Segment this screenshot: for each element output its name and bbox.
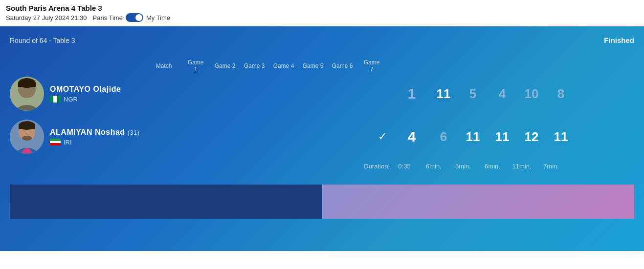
country-code-1: NGR — [64, 96, 78, 103]
flag-ngr — [50, 96, 61, 103]
winner-icon: ✓ — [370, 130, 395, 143]
duration-game2: 5min. — [448, 163, 478, 170]
game1-score-1: 11 — [429, 86, 458, 102]
paris-time-label: Paris Time — [93, 14, 123, 21]
svg-point-11 — [22, 136, 32, 141]
col-game6: Game 6 — [328, 62, 357, 69]
game4-score-1: 10 — [517, 86, 546, 102]
game2-score-1: 5 — [458, 86, 488, 102]
venue-title: South Paris Arena 4 Table 3 — [6, 4, 638, 12]
scores-1: 1 11 5 4 10 8 — [395, 85, 634, 102]
player-name-1: OMOTAYO Olajide — [50, 85, 395, 94]
match-score-1: 1 — [395, 85, 429, 102]
col-game2: Game 2 — [210, 62, 240, 69]
time-toggle-area[interactable]: Paris Time My Time — [93, 13, 171, 22]
player-seed-2: (31) — [128, 129, 140, 136]
footer-bar — [10, 185, 634, 219]
col-game3: Game 3 — [240, 62, 269, 69]
avatar-2 — [10, 120, 44, 154]
flag-iri — [50, 139, 61, 145]
duration-game4: 11min. — [507, 163, 536, 170]
col-game1: Game1 — [181, 59, 210, 73]
game1-score-2: 6 — [429, 129, 458, 145]
match-date: Saturday 27 July 2024 21:30 — [6, 14, 87, 21]
player-row-1: OMOTAYO Olajide NGR 1 11 5 4 10 8 — [10, 77, 634, 111]
match-card: Round of 64 - Table 3 Finished Match Gam… — [0, 26, 644, 251]
duration-game3: 6min. — [478, 163, 507, 170]
duration-game1: 6min. — [419, 163, 448, 170]
duration-total: 0:35 — [390, 163, 419, 170]
status-badge: Finished — [604, 36, 634, 44]
game3-score-2: 11 — [488, 129, 517, 145]
column-headers: Match Game1 Game 2 Game 3 Game 4 Game 5 … — [10, 59, 634, 73]
card-header: Round of 64 - Table 3 Finished — [10, 36, 634, 44]
game5-score-1: 8 — [546, 86, 576, 102]
duration-label: Duration: — [355, 163, 390, 170]
player-info-2: ALAMIYAN Noshad (31) IRI — [50, 128, 370, 146]
scores-2: 4 6 11 11 12 11 — [395, 128, 634, 145]
player-name-2: ALAMIYAN Noshad (31) — [50, 128, 370, 137]
game2-score-2: 11 — [458, 129, 488, 145]
player-country-2: IRI — [50, 139, 370, 146]
player-row-2: ALAMIYAN Noshad (31) IRI ✓ 4 6 11 11 12 … — [10, 120, 634, 154]
round-label: Round of 64 - Table 3 — [10, 37, 75, 44]
game3-score-1: 4 — [488, 86, 517, 102]
country-code-2: IRI — [64, 139, 72, 146]
game4-score-2: 12 — [517, 129, 546, 145]
game5-score-2: 11 — [546, 129, 576, 145]
col-match: Match — [147, 62, 181, 69]
duration-row: Duration: 0:35 6min. 5min. 6min. 11min. … — [10, 163, 634, 170]
duration-game5: 7min. — [536, 163, 566, 170]
svg-rect-4 — [18, 83, 36, 87]
col-game7: Game7 — [357, 59, 386, 73]
my-time-label: My Time — [146, 14, 170, 21]
footer-blue — [10, 185, 322, 219]
match-score-2: 4 — [395, 128, 429, 145]
col-game5: Game 5 — [298, 62, 328, 69]
footer-pink — [322, 185, 635, 219]
svg-rect-10 — [19, 125, 35, 129]
time-toggle[interactable] — [126, 13, 143, 22]
avatar-1 — [10, 77, 44, 111]
col-game4: Game 4 — [269, 62, 298, 69]
header: South Paris Arena 4 Table 3 Saturday 27 … — [0, 0, 644, 26]
player-info-1: OMOTAYO Olajide NGR — [50, 85, 395, 103]
player-country-1: NGR — [50, 96, 395, 103]
